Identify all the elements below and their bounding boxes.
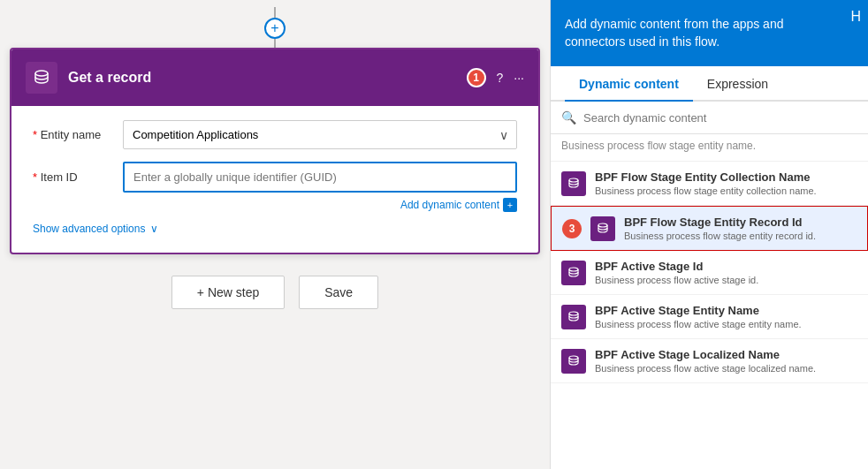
item-id-input[interactable] bbox=[123, 162, 517, 193]
svg-point-2 bbox=[598, 223, 607, 227]
svg-point-0 bbox=[35, 71, 48, 76]
step-header: Get a record 1 ? ··· bbox=[11, 49, 538, 106]
show-advanced-options[interactable]: Show advanced options ∨ bbox=[33, 223, 517, 235]
item-badge: 3 bbox=[562, 219, 582, 238]
step-header-actions: ? ··· bbox=[497, 71, 524, 85]
search-icon: 🔍 bbox=[561, 110, 576, 125]
list-item-highlighted[interactable]: 3 BPF Flow Stage Entity Record Id Busine… bbox=[551, 206, 868, 251]
save-button[interactable]: Save bbox=[299, 276, 378, 309]
add-dynamic-icon: + bbox=[503, 198, 517, 212]
right-panel: Add dynamic content from the apps and co… bbox=[550, 0, 868, 469]
list-item[interactable]: BPF Active Stage Id Business process flo… bbox=[551, 251, 868, 295]
entity-name-select-wrapper: Competition Applications ∨ bbox=[123, 120, 517, 149]
entity-name-select[interactable]: Competition Applications bbox=[123, 120, 517, 149]
item-content: BPF Flow Stage Entity Record Id Business… bbox=[624, 216, 857, 241]
item-subtitle: Business process flow stage entity colle… bbox=[595, 185, 857, 196]
tab-dynamic-content[interactable]: Dynamic content bbox=[565, 66, 693, 102]
add-dynamic-row: Add dynamic content + bbox=[33, 198, 517, 212]
item-subtitle: Business process flow active stage entit… bbox=[595, 319, 857, 329]
item-subtitle: Business process flow active stage local… bbox=[595, 363, 857, 374]
item-title: BPF Active Stage Localized Name bbox=[595, 348, 857, 361]
add-dynamic-content-link[interactable]: Add dynamic content + bbox=[400, 198, 517, 212]
step-card: Get a record 1 ? ··· * Entity name Compe… bbox=[10, 48, 540, 254]
item-subtitle: Business process flow stage entity recor… bbox=[624, 231, 857, 241]
new-step-button[interactable]: + New step bbox=[171, 276, 285, 309]
panel-search: 🔍 bbox=[551, 102, 868, 134]
tab-expression[interactable]: Expression bbox=[693, 66, 782, 102]
item-content: BPF Active Stage Localized Name Business… bbox=[595, 348, 857, 374]
item-subtitle: Business process flow active stage id. bbox=[595, 275, 857, 285]
item-title: BPF Active Stage Entity Name bbox=[595, 304, 857, 317]
panel-close-button[interactable]: H bbox=[850, 7, 861, 26]
item-content: BPF Flow Stage Entity Collection Name Bu… bbox=[595, 170, 857, 196]
list-item[interactable]: BPF Active Stage Entity Name Business pr… bbox=[551, 295, 868, 339]
panel-tabs: Dynamic content Expression bbox=[551, 66, 868, 102]
list-item[interactable]: BPF Flow Stage Entity Collection Name Bu… bbox=[551, 162, 868, 206]
partial-list-item: Business process flow stage entity name. bbox=[551, 134, 868, 162]
chevron-down-icon: ∨ bbox=[150, 223, 158, 235]
item-icon bbox=[561, 171, 586, 196]
add-dynamic-label: Add dynamic content bbox=[400, 199, 499, 211]
add-step-top-icon[interactable]: + bbox=[264, 18, 286, 39]
item-title: BPF Flow Stage Entity Record Id bbox=[624, 216, 857, 229]
entity-name-row: * Entity name Competition Applications ∨ bbox=[33, 120, 517, 149]
svg-point-1 bbox=[569, 178, 578, 182]
item-title: BPF Active Stage Id bbox=[595, 260, 857, 273]
list-item[interactable]: BPF Active Stage Localized Name Business… bbox=[551, 339, 868, 383]
panel-list: Business process flow stage entity name.… bbox=[551, 134, 868, 469]
item-id-row: * Item ID bbox=[33, 162, 517, 193]
svg-point-4 bbox=[569, 312, 578, 315]
partial-item-text: Business process flow stage entity name. bbox=[561, 140, 857, 152]
item-icon bbox=[590, 216, 615, 241]
item-id-label: * Item ID bbox=[33, 170, 112, 184]
entity-name-label: * Entity name bbox=[33, 128, 112, 141]
step-title: Get a record bbox=[68, 70, 456, 86]
panel-header: Add dynamic content from the apps and co… bbox=[551, 0, 868, 66]
step-icon bbox=[26, 62, 57, 94]
item-icon bbox=[561, 305, 586, 329]
svg-point-3 bbox=[569, 268, 578, 271]
show-advanced-label: Show advanced options bbox=[33, 223, 145, 235]
search-input[interactable] bbox=[583, 111, 857, 125]
item-content: BPF Active Stage Id Business process flo… bbox=[595, 260, 857, 285]
item-title: BPF Flow Stage Entity Collection Name bbox=[595, 170, 857, 184]
step-badge: 1 bbox=[467, 68, 486, 87]
step-body: * Entity name Competition Applications ∨… bbox=[11, 106, 538, 253]
action-buttons: + New step Save bbox=[171, 276, 378, 309]
panel-header-text: Add dynamic content from the apps and co… bbox=[565, 16, 854, 50]
item-content: BPF Active Stage Entity Name Business pr… bbox=[595, 304, 857, 329]
help-icon[interactable]: ? bbox=[497, 71, 504, 85]
item-icon bbox=[561, 261, 586, 285]
svg-point-5 bbox=[569, 356, 578, 359]
more-options-icon[interactable]: ··· bbox=[514, 71, 524, 85]
item-icon bbox=[561, 349, 586, 374]
